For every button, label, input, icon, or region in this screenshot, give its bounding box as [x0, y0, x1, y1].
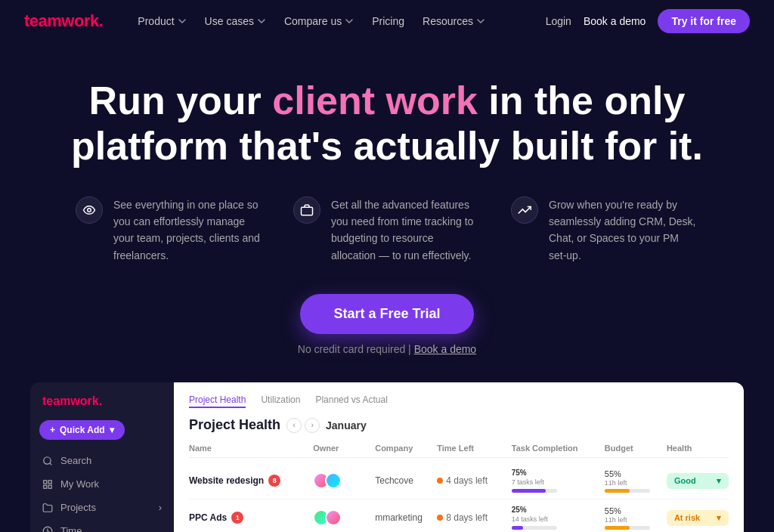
nav-right: Login Book a demo Try it for free: [546, 9, 750, 33]
book-demo-button[interactable]: Book a demo: [584, 15, 646, 27]
logo-text: teamwork: [24, 11, 99, 30]
feature-1: See everything in one place so you can e…: [76, 196, 263, 264]
feature-2: Get all the advanced features you need f…: [293, 196, 481, 264]
owner-avatars-2: [313, 509, 375, 526]
nav-resources[interactable]: Resources: [415, 11, 493, 32]
svg-rect-1: [302, 207, 313, 215]
sidebar-item-search[interactable]: Search: [30, 449, 174, 472]
tab-utilization[interactable]: Utilization: [261, 394, 300, 408]
health-badge-1[interactable]: Good ▾: [667, 473, 729, 489]
time-left-1: 4 days left: [437, 475, 511, 486]
row-name-2: PPC Ads 1: [189, 512, 313, 524]
quick-add-button[interactable]: + Quick Add ▾: [39, 420, 125, 440]
tab-project-health[interactable]: Project Health: [189, 394, 246, 408]
navbar: teamwork. Product Use cases Compare us P…: [0, 0, 774, 42]
table-row: Website redesign 8 Techcove 4 days left …: [189, 462, 729, 500]
project-header: Project Health ‹ › January: [189, 417, 729, 433]
cta-section: Start a Free Trial No credit card requir…: [60, 294, 714, 355]
month-label: January: [326, 419, 367, 431]
sidebar: teamwork. + Quick Add ▾ Search My Work P…: [30, 382, 174, 532]
hero-headline: Run your client work in the only platfor…: [60, 79, 714, 169]
sidebar-item-mywork[interactable]: My Work: [30, 472, 174, 496]
nav-pricing[interactable]: Pricing: [364, 11, 412, 32]
nav-links: Product Use cases Compare us Pricing Res…: [130, 11, 545, 32]
svg-point-2: [44, 456, 51, 463]
nav-use-cases[interactable]: Use cases: [197, 11, 274, 32]
feature-3: Grow when you're ready by seamlessly add…: [511, 196, 698, 264]
svg-rect-5: [44, 485, 47, 488]
sidebar-menu: Search My Work Projects › Time Inbox 9: [30, 449, 174, 532]
prev-month-button[interactable]: ‹: [286, 418, 302, 433]
tab-planned-actual[interactable]: Planned vs Actual: [315, 394, 387, 408]
budget-1: 55% 11h left: [605, 469, 667, 493]
svg-rect-4: [48, 480, 51, 483]
sidebar-item-time[interactable]: Time: [30, 519, 174, 532]
svg-point-0: [88, 208, 91, 212]
features-list: See everything in one place so you can e…: [60, 196, 714, 264]
main-content: Project Health Utilization Planned vs Ac…: [174, 382, 744, 532]
row-badge-1: 8: [268, 475, 280, 487]
hero-section: Run your client work in the only platfor…: [0, 42, 774, 382]
nav-product[interactable]: Product: [130, 11, 194, 32]
task-completion-2: 25% 14 tasks left: [512, 506, 605, 530]
row-name-1: Website redesign 8: [189, 475, 313, 487]
login-button[interactable]: Login: [546, 15, 571, 27]
try-free-button[interactable]: Try it for free: [658, 9, 750, 33]
table-header: Name Owner Company Time Left Task Comple…: [189, 444, 729, 458]
health-badge-2[interactable]: At risk ▾: [667, 510, 729, 526]
trending-up-icon: [511, 196, 538, 224]
table-row: PPC Ads 1 mmarketing 8 days left 25% 14 …: [189, 500, 729, 532]
owner-avatars-1: [313, 472, 375, 489]
svg-rect-3: [44, 480, 47, 483]
svg-rect-6: [48, 485, 51, 488]
avatar: [325, 472, 342, 489]
cta-subtext: No credit card required | Book a demo: [298, 343, 476, 355]
next-month-button[interactable]: ›: [305, 418, 320, 433]
eye-icon: [76, 196, 103, 224]
task-completion-1: 75% 7 tasks left: [512, 469, 605, 493]
logo-dot: .: [99, 11, 104, 30]
book-demo-link[interactable]: Book a demo: [414, 343, 477, 355]
briefcase-icon: [293, 196, 320, 224]
sidebar-item-projects[interactable]: Projects ›: [30, 496, 174, 519]
sidebar-logo: teamwork.: [30, 394, 174, 420]
page-title: Project Health: [189, 417, 280, 433]
budget-2: 55% 11h left: [605, 506, 667, 530]
dashboard-preview: teamwork. + Quick Add ▾ Search My Work P…: [0, 382, 774, 532]
avatar: [325, 509, 342, 526]
start-trial-button[interactable]: Start a Free Trial: [300, 294, 473, 334]
nav-compare[interactable]: Compare us: [277, 11, 361, 32]
project-tabs: Project Health Utilization Planned vs Ac…: [189, 394, 729, 408]
row-badge-2: 1: [231, 512, 243, 524]
brand-logo[interactable]: teamwork.: [24, 11, 103, 31]
time-left-2: 8 days left: [437, 512, 511, 523]
